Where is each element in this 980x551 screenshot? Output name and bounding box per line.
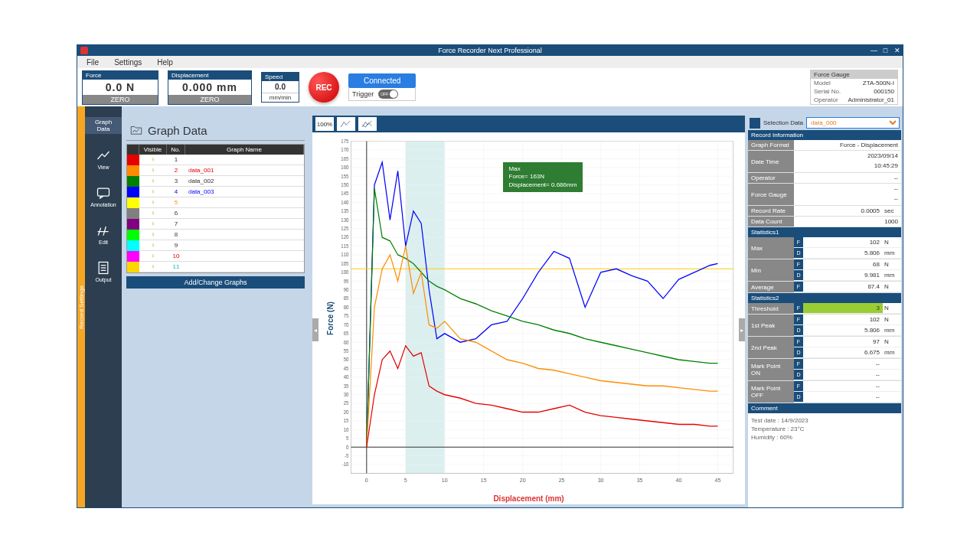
- app-icon: [80, 47, 88, 54]
- minimize-button[interactable]: —: [868, 47, 880, 54]
- y-axis-label: Force (N): [326, 302, 335, 335]
- visibility-toggle[interactable]: ♀: [139, 231, 167, 238]
- svg-text:50: 50: [344, 357, 349, 362]
- svg-text:15: 15: [481, 477, 487, 484]
- visibility-toggle[interactable]: ♀: [139, 263, 167, 270]
- visibility-toggle[interactable]: ♀: [139, 220, 167, 227]
- record-settings-rail[interactable]: Record Settings: [77, 106, 85, 507]
- svg-text:85: 85: [344, 295, 349, 301]
- visibility-toggle[interactable]: ♀: [139, 156, 167, 163]
- section-statistics2: Statistics2: [748, 293, 901, 303]
- color-swatch: [127, 176, 139, 187]
- displacement-panel: Displacement 0.000 mm ZERO: [168, 70, 252, 105]
- graph-row[interactable]: ♀ 8: [127, 230, 304, 240]
- menu-file[interactable]: File: [87, 58, 99, 67]
- top-strip: Force 0.0 N ZERO Displacement 0.000 mm Z…: [77, 68, 903, 106]
- chart-toolbar: 100%: [312, 116, 745, 132]
- graph-row[interactable]: ♀ 1: [127, 155, 304, 165]
- expand-right-handle[interactable]: ▸: [739, 318, 745, 341]
- nav-output[interactable]: Output: [95, 259, 111, 284]
- graph-data-panel: Graph Data Visible No. Graph Name ♀ 1 ♀ …: [122, 116, 309, 507]
- force-zero-button[interactable]: ZERO: [83, 95, 158, 104]
- color-swatch: [127, 262, 139, 272]
- nav-edit[interactable]: Edit: [96, 221, 111, 246]
- svg-text:10: 10: [344, 426, 349, 432]
- svg-text:100: 100: [341, 269, 348, 275]
- svg-text:25: 25: [344, 400, 349, 406]
- main-area: Record Settings Graph Data View Annotati…: [77, 106, 903, 507]
- displacement-value: 0.000 mm: [182, 81, 237, 93]
- graph-row[interactable]: ♀ 6: [127, 208, 304, 219]
- visibility-toggle[interactable]: ♀: [139, 188, 167, 195]
- visibility-toggle[interactable]: ♀: [139, 210, 167, 217]
- svg-text:65: 65: [344, 331, 349, 336]
- comment-text: Test date : 14/9/2023Temperature : 23°CH…: [748, 413, 901, 445]
- graph-row[interactable]: ♀ 3 data_002: [127, 176, 304, 187]
- displacement-zero-button[interactable]: ZERO: [168, 95, 251, 104]
- svg-text:-5: -5: [345, 453, 349, 458]
- displacement-header: Displacement: [168, 71, 251, 80]
- chart-overlay-button[interactable]: [358, 117, 377, 131]
- visibility-toggle[interactable]: ♀: [139, 167, 167, 174]
- expand-left-handle[interactable]: ◂: [312, 318, 318, 341]
- grid-icon[interactable]: [750, 118, 760, 129]
- nav-graph-data-tab[interactable]: Graph Data: [85, 117, 122, 134]
- svg-text:115: 115: [341, 243, 348, 249]
- svg-rect-0: [97, 188, 109, 196]
- section-comment: Comment: [748, 403, 901, 413]
- graph-row[interactable]: ♀ 2 data_001: [127, 165, 304, 176]
- svg-text:135: 135: [341, 208, 348, 214]
- selection-data-dropdown[interactable]: data_000: [806, 117, 900, 129]
- svg-text:25: 25: [559, 477, 565, 484]
- x-axis-label: Displacement (mm): [493, 494, 564, 503]
- graph-data-table: Visible No. Graph Name ♀ 1 ♀ 2 data_001 …: [126, 144, 305, 273]
- add-change-graphs-button[interactable]: Add/Change Graphs: [126, 276, 305, 289]
- speed-panel: Speed 0.0 mm/min: [261, 72, 299, 103]
- menu-settings[interactable]: Settings: [114, 58, 142, 67]
- trigger-toggle[interactable]: OFF: [378, 90, 398, 99]
- graph-row[interactable]: ♀ 7: [127, 219, 304, 230]
- svg-text:150: 150: [341, 182, 348, 187]
- graph-row[interactable]: ♀ 4 data_003: [127, 187, 304, 197]
- menu-help[interactable]: Help: [157, 58, 173, 67]
- svg-text:175: 175: [341, 138, 348, 143]
- visibility-toggle[interactable]: ♀: [139, 178, 167, 184]
- svg-text:20: 20: [344, 409, 349, 414]
- maximize-button[interactable]: □: [880, 47, 891, 54]
- chart-canvas[interactable]: ◂ ▸ Force (N) Displacement (mm) -10-5051…: [312, 132, 745, 504]
- svg-text:35: 35: [637, 477, 643, 484]
- graph-row[interactable]: ♀ 11: [127, 262, 304, 272]
- chart-fit-button[interactable]: [337, 117, 355, 131]
- section-record-info: Record Information: [748, 130, 901, 140]
- trigger-label: Trigger: [352, 90, 374, 98]
- titlebar: Force Recorder Next Professional — □ ✕: [77, 45, 903, 56]
- speed-value: 0.0: [262, 81, 299, 93]
- graph-row[interactable]: ♀ 10: [127, 251, 304, 262]
- close-button[interactable]: ✕: [891, 47, 903, 54]
- color-swatch: [127, 165, 139, 176]
- color-swatch: [127, 197, 139, 208]
- svg-text:0: 0: [365, 477, 368, 484]
- visibility-toggle[interactable]: ♀: [139, 199, 167, 206]
- svg-text:145: 145: [341, 191, 348, 196]
- visibility-toggle[interactable]: ♀: [139, 242, 167, 249]
- svg-text:170: 170: [341, 147, 348, 152]
- connected-status: Connected: [348, 73, 416, 88]
- left-nav: Graph Data View Annotation Edit Output: [85, 106, 122, 507]
- col-visible: Visible: [139, 145, 167, 155]
- nav-view[interactable]: View: [96, 146, 111, 171]
- color-swatch: [127, 230, 139, 240]
- svg-text:120: 120: [341, 234, 348, 240]
- right-panel: Selection Data data_000 Record Informati…: [748, 116, 901, 507]
- svg-text:30: 30: [598, 477, 604, 484]
- graph-row[interactable]: ♀ 9: [127, 240, 304, 251]
- color-swatch: [127, 251, 139, 262]
- graph-row[interactable]: ♀ 5: [127, 197, 304, 208]
- record-button[interactable]: REC: [309, 72, 339, 103]
- zoom-100-button[interactable]: 100%: [315, 117, 334, 131]
- nav-annotation[interactable]: Annotation: [90, 184, 116, 209]
- svg-text:155: 155: [341, 173, 348, 178]
- col-graph-name: Graph Name: [185, 145, 304, 155]
- visibility-toggle[interactable]: ♀: [139, 253, 167, 259]
- content-area: yymmdd-01.z3b× Graph Data Visible No. Gr…: [122, 106, 903, 507]
